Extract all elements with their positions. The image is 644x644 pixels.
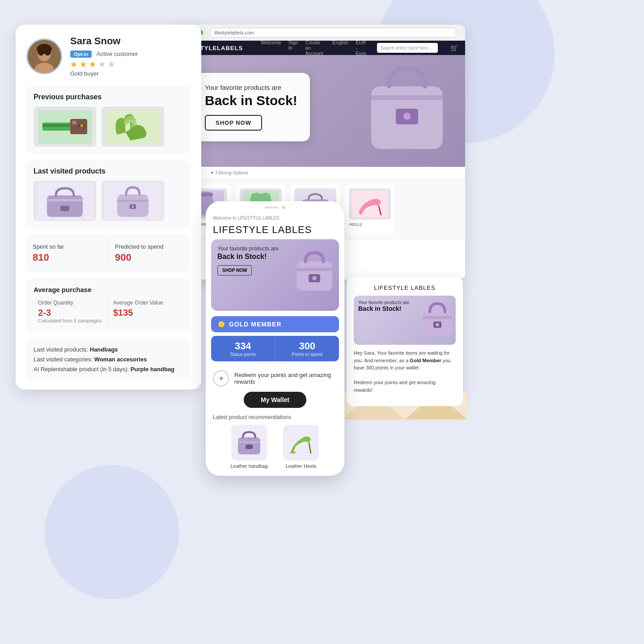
rating-stars: ★ ★ ★ ★ ★	[70, 59, 138, 69]
avg-purchase-section: Average purchase Order Quantity 2-3 Calc…	[26, 279, 191, 332]
visited-thumb-1	[34, 181, 96, 221]
order-qty-sub: Calculated from 6 campaigns	[38, 318, 104, 323]
customer-info: Sara Snow Opt-in Active customer ★ ★ ★ ★…	[70, 35, 138, 77]
rec-label-handbag: Leather handbag	[227, 463, 271, 469]
avg-title: Average purchase	[34, 286, 183, 293]
shop-now-button[interactable]: SHOP NOW	[205, 115, 262, 131]
rec-label-heels: Leather Heels	[279, 463, 323, 469]
redeem-text: Redeem your points and get amazing rewar…	[234, 372, 337, 385]
shop-nav: LIFESTYLELABELS Welcome Sign In Create a…	[174, 41, 465, 55]
svg-rect-39	[238, 441, 260, 443]
svg-point-26	[403, 113, 411, 120]
nav-signin[interactable]: Sign In	[288, 41, 298, 56]
email-hero: Your favorite products are Back in Stock…	[354, 296, 456, 345]
status-points-box: 334 Status points	[211, 336, 275, 361]
mobile-nav-top: Welcome to LIFESTYLE LABLES	[206, 214, 344, 224]
svg-point-42	[289, 451, 297, 454]
spend-points-label: Points to spend	[278, 352, 337, 357]
gold-member-bar: GOLD MEMBER	[211, 316, 339, 332]
mobile-app: Welcome to LIFESTYLE LABLES LIFESTYLE LA…	[206, 201, 344, 476]
spend-points-box: 300 Points to spend	[275, 336, 339, 361]
shop-search[interactable]: Search entire store here...	[377, 43, 438, 53]
svg-rect-24	[371, 95, 443, 100]
svg-point-5	[37, 44, 51, 54]
svg-point-12	[80, 124, 83, 127]
customer-status: Active customer	[97, 51, 138, 57]
svg-point-22	[131, 205, 134, 208]
redeem-icon: ✦	[213, 370, 229, 386]
gold-label: GOLD MEMBER	[229, 321, 282, 328]
latest-recs-label: Latest product recommendations	[206, 414, 344, 425]
customer-header: Sara Snow Opt-in Active customer ★ ★ ★ ★…	[26, 35, 191, 77]
mobile-hero-bag	[294, 248, 335, 293]
svg-rect-35	[297, 268, 332, 271]
info-line-1: Last visited products: Handbags	[34, 345, 183, 355]
svg-line-41	[309, 443, 311, 453]
predicted-box: Predicted to spend 900	[108, 239, 191, 268]
visited-thumbs	[34, 181, 183, 221]
svg-rect-8	[42, 124, 74, 127]
category-nav: WOMEN ▼ Filtering Options	[174, 167, 465, 179]
order-qty-col: Order Quantity 2-3 Calculated from 6 cam…	[34, 298, 108, 325]
product-name-heels: HEELS	[349, 222, 391, 227]
visited-thumb-2	[102, 181, 164, 221]
predicted-label: Predicted to spend	[115, 243, 184, 250]
nav-create-account[interactable]: Create an Account	[305, 41, 325, 56]
avg-row: Order Quantity 2-3 Calculated from 6 cam…	[34, 298, 183, 325]
shop-nav-links: Welcome Sign In Create an Account Englis…	[261, 41, 368, 56]
svg-rect-10	[72, 121, 76, 124]
avg-order-label: Average Order Value	[113, 300, 179, 306]
cart-icon[interactable]: 🛒	[450, 44, 458, 51]
info-text-section: Last visited products: Handbags Last vis…	[26, 339, 191, 381]
stats-row: Spent so far 810 Predicted to spend 900	[26, 239, 191, 268]
predicted-value: 900	[115, 252, 184, 263]
nav-lang[interactable]: English	[332, 41, 348, 56]
purchase-thumbs	[34, 106, 183, 147]
rec-img-handbag	[231, 425, 267, 461]
spend-points-num: 300	[278, 340, 337, 352]
svg-rect-17	[47, 199, 83, 201]
customer-name: Sara Snow	[70, 35, 138, 47]
previous-purchases-title: Previous purchases	[34, 93, 183, 101]
order-qty-value: 2-3	[38, 308, 104, 318]
svg-rect-16	[60, 206, 69, 211]
rec-item-heels[interactable]: Leather Heels	[279, 425, 323, 469]
spent-box: Spent so far 810	[26, 239, 108, 268]
svg-rect-40	[246, 445, 253, 449]
email-logo: LIFESTYLE LABLES	[354, 284, 456, 291]
optin-badge: Opt-in	[70, 51, 92, 58]
svg-point-37	[312, 276, 317, 280]
rec-img-heels	[283, 425, 319, 461]
spent-label: Spent so far	[33, 243, 102, 250]
rec-item-handbag[interactable]: Leather handbag	[227, 425, 271, 469]
browser-bar: lifestylelabels.com	[174, 25, 465, 41]
points-row: 334 Status points 300 Points to spend	[211, 336, 339, 361]
order-qty-label: Order Quantity	[38, 300, 104, 306]
mobile-shop-now-button[interactable]: SHOP NOW	[217, 265, 252, 275]
address-bar[interactable]: lifestylelabels.com	[210, 28, 456, 38]
email-bag-img	[422, 299, 453, 337]
product-card-heels[interactable]: HEELS	[345, 185, 394, 235]
svg-rect-44	[423, 316, 452, 319]
avatar	[26, 38, 62, 74]
status-points-num: 334	[214, 340, 272, 352]
email-inner: LIFESTYLE LABLES Your favorite products …	[347, 277, 463, 406]
status-points-label: Status points	[214, 352, 272, 357]
bis-subtitle: Your favorite products are	[205, 84, 297, 91]
svg-point-46	[436, 323, 439, 326]
cat-filter[interactable]: ▼ Filtering Options	[210, 170, 248, 175]
product-img-heels	[349, 188, 391, 220]
avg-order-value: $135	[113, 308, 179, 318]
buyer-tier: Gold buyer	[70, 70, 138, 77]
mobile-brand-title: LIFESTYLE LABLES	[206, 224, 344, 239]
spend-stats-section: Spent so far 810 Predicted to spend 900	[26, 234, 191, 272]
spent-value: 810	[33, 252, 102, 263]
avg-order-col: Average Order Value $135	[108, 298, 183, 325]
nav-currency[interactable]: EUR - Euro	[356, 41, 368, 56]
nav-welcome: Welcome	[261, 41, 281, 56]
recs-grid: Leather handbag Leather Heels	[206, 425, 344, 469]
my-wallet-button[interactable]: My Wallet	[244, 392, 306, 408]
gold-dot-icon	[218, 321, 225, 327]
customer-card: Sara Snow Opt-in Active customer ★ ★ ★ ★…	[16, 25, 201, 390]
previous-purchases-section: Previous purchases	[26, 86, 191, 154]
